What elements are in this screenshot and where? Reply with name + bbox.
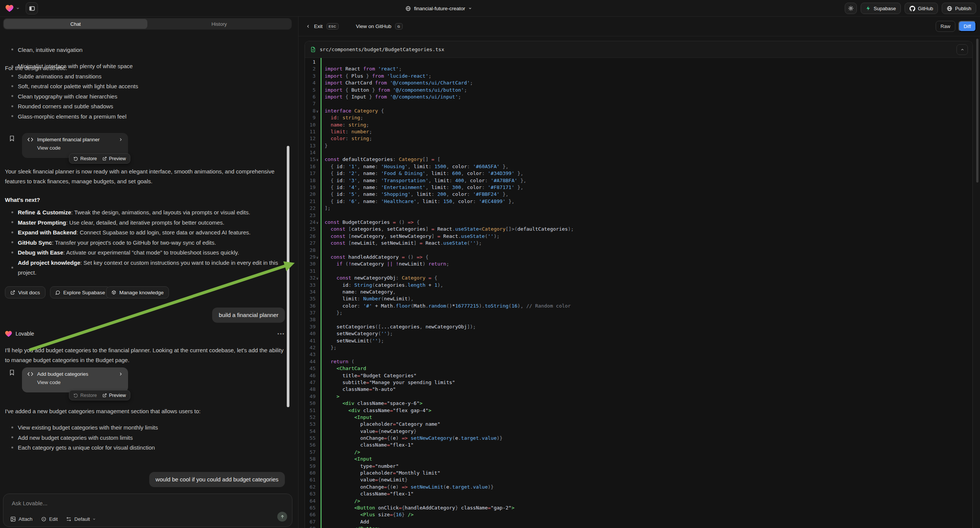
preview-button[interactable]: Preview: [102, 393, 126, 398]
chevron-down-icon: [92, 517, 96, 521]
list-item: Debug with Ease: Activate our experiment…: [0, 248, 292, 258]
version-card-add-budget-categories[interactable]: Add budget categories View code: [22, 367, 128, 393]
line-number: 24: [305, 219, 315, 226]
code-line: 39 setCategories([...categories, newCate…: [305, 323, 972, 330]
fold-chevron-icon[interactable]: ∨: [316, 254, 318, 261]
code-line: 41 setNewLimit('');: [305, 337, 972, 344]
model-select[interactable]: Default: [66, 516, 96, 522]
line-number: 25: [305, 226, 315, 232]
view-code-link[interactable]: View code: [37, 145, 123, 151]
esc-shortcut-badge: ESC: [326, 23, 339, 30]
code-line: 11 limit: number;: [305, 129, 972, 135]
code-line: 65 <Button onClick={handleAddCategory} c…: [305, 504, 972, 511]
supabase-button[interactable]: Supabase: [861, 3, 901, 14]
line-number: 2: [305, 65, 315, 72]
whats-next-list: Refine & Customize: Tweak the design, an…: [0, 208, 292, 278]
code-line: 68 </Button>: [305, 525, 972, 528]
edit-mode-button[interactable]: Edit: [41, 516, 57, 522]
image-icon: [10, 516, 16, 522]
fold-chevron-icon[interactable]: ∨: [316, 108, 318, 115]
line-number: 1: [305, 59, 315, 65]
assistant-added-summary: I've added a new budget categories manag…: [5, 406, 288, 416]
code-line: 55 onChange={(e) => setNewCategory(e.tar…: [305, 435, 972, 442]
line-number: 18: [305, 177, 315, 184]
manage-knowledge-button[interactable]: Manage knowledge: [106, 286, 169, 299]
line-number: 19: [305, 184, 315, 191]
bullet-text: Clean, intuitive navigation: [18, 46, 83, 53]
line-number: 67: [305, 518, 315, 525]
workspace-chevron-down-icon[interactable]: [16, 6, 20, 10]
publish-button[interactable]: Publish: [942, 3, 976, 14]
supabase-label: Supabase: [873, 6, 896, 11]
tab-chat[interactable]: Chat: [4, 19, 147, 29]
view-code-link[interactable]: View code: [37, 380, 123, 385]
github-button[interactable]: GitHub: [905, 3, 938, 14]
message-menu-button[interactable]: •••: [277, 331, 285, 337]
line-number: 58: [305, 456, 315, 463]
code-line: 48 className="h-auto": [305, 386, 972, 393]
raw-toggle-button[interactable]: Raw: [935, 21, 955, 32]
tab-history[interactable]: History: [147, 19, 291, 29]
code-line: 31: [305, 268, 972, 275]
prompt-input-box[interactable]: Ask Lovable... Attach Edit: [3, 493, 293, 527]
code-line: 58 <Input: [305, 456, 972, 463]
restore-button[interactable]: Restore: [73, 393, 97, 398]
settings-button[interactable]: [845, 3, 857, 14]
assistant-header: Lovable •••: [5, 329, 285, 338]
code-line: 27 const [newLimit, setNewLimit] = React…: [305, 240, 972, 247]
code-line: 10 name: string;: [305, 122, 972, 129]
line-number: 66: [305, 511, 315, 518]
lovable-logo-icon[interactable]: [5, 5, 14, 12]
code-line: 32∨ const newCategoryObj: Category = {: [305, 275, 972, 281]
code-lines[interactable]: 12import React from 'react';3import { Pl…: [305, 58, 972, 528]
visit-docs-button[interactable]: Visit docs: [5, 286, 45, 299]
send-button[interactable]: [277, 512, 287, 522]
restore-button[interactable]: Restore: [73, 156, 97, 161]
bullet-dot: [11, 95, 13, 97]
file-path: src/components/budget/BudgetCategories.t…: [320, 46, 444, 52]
attach-button[interactable]: Attach: [10, 516, 33, 522]
bullet-dot: [11, 221, 13, 223]
chat-scrollbar[interactable]: [287, 146, 290, 407]
project-switcher[interactable]: financial-future-creator: [405, 0, 472, 17]
chat-panel: Chat History Clean, intuitive navigation…: [0, 17, 298, 528]
exit-button[interactable]: Exit: [314, 24, 323, 29]
code-line: 7: [305, 100, 972, 107]
code-line: 59 type="number": [305, 463, 972, 470]
line-number: 63: [305, 490, 315, 497]
panel-left-icon: [29, 5, 35, 12]
code-line: 19 { id: '4', name: 'Entertainment', lim…: [305, 184, 972, 191]
explore-supabase-button[interactable]: Explore Supabase: [50, 286, 110, 299]
preview-button[interactable]: Preview: [102, 156, 126, 161]
fold-chevron-icon[interactable]: ∨: [316, 275, 318, 282]
publish-label: Publish: [955, 6, 971, 11]
line-number: 50: [305, 400, 315, 407]
line-number: 46: [305, 372, 315, 379]
restore-label: Restore: [80, 156, 97, 161]
code-line: 53 placeholder="Category name": [305, 421, 972, 428]
code-line: 57 />: [305, 449, 972, 456]
line-number: 16: [305, 163, 315, 170]
fold-chevron-icon[interactable]: ∨: [316, 219, 318, 226]
added-bullets: View existing budget categories with the…: [0, 423, 292, 453]
code-brackets-icon: [27, 137, 33, 142]
file-header-row[interactable]: src/components/budget/BudgetCategories.t…: [305, 41, 972, 58]
code-line: 9 id: string;: [305, 115, 972, 121]
view-on-github-button[interactable]: View on GitHub: [356, 24, 392, 29]
code-line: 2import React from 'react';: [305, 65, 972, 72]
code-line: 44 return (: [305, 358, 972, 365]
code-scrollbar[interactable]: [976, 39, 978, 183]
diff-toggle-button[interactable]: Diff: [958, 21, 976, 32]
code-line: 40 setNewCategory('');: [305, 330, 972, 337]
whats-next-heading: What's next?: [5, 197, 40, 203]
design-bullets: Minimalist interface with plenty of whit…: [0, 61, 292, 122]
bookmark-icon[interactable]: [9, 135, 15, 142]
list-item: View existing budget categories with the…: [0, 423, 292, 433]
toggle-sidebar-button[interactable]: [26, 2, 38, 14]
collapse-file-button[interactable]: [956, 44, 968, 55]
bookmark-icon[interactable]: [9, 369, 15, 376]
code-line: 20 { id: '5', name: 'Shopping', limit: 2…: [305, 191, 972, 198]
fold-chevron-icon[interactable]: ∨: [316, 156, 318, 163]
line-number: 60: [305, 470, 315, 477]
bullet-text: View existing budget categories with the…: [18, 423, 158, 433]
